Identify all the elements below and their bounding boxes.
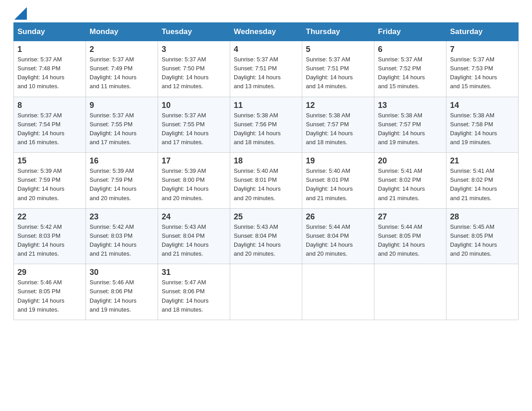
day-number: 6	[378, 45, 442, 54]
calendar-cell: 14 Sunrise: 5:38 AMSunset: 7:58 PMDaylig…	[446, 97, 519, 153]
header-friday: Friday	[374, 23, 446, 41]
day-info: Sunrise: 5:46 AMSunset: 8:05 PMDaylight:…	[17, 279, 64, 313]
day-number: 15	[17, 156, 82, 166]
day-info: Sunrise: 5:38 AMSunset: 7:57 PMDaylight:…	[306, 112, 353, 146]
svg-marker-0	[14, 7, 27, 20]
calendar-cell: 19 Sunrise: 5:40 AMSunset: 8:01 PMDaylig…	[302, 153, 374, 209]
day-number: 18	[234, 156, 298, 166]
day-number: 27	[378, 212, 442, 222]
calendar-cell: 9 Sunrise: 5:37 AMSunset: 7:55 PMDayligh…	[86, 97, 158, 153]
calendar-cell: 21 Sunrise: 5:41 AMSunset: 8:02 PMDaylig…	[446, 153, 519, 209]
day-number: 17	[162, 156, 226, 166]
day-number: 2	[90, 45, 154, 54]
calendar-cell: 6 Sunrise: 5:37 AMSunset: 7:52 PMDayligh…	[374, 41, 446, 97]
calendar-week-row: 1 Sunrise: 5:37 AMSunset: 7:48 PMDayligh…	[14, 41, 519, 97]
day-number: 20	[378, 156, 442, 166]
day-number: 24	[162, 212, 226, 222]
day-info: Sunrise: 5:37 AMSunset: 7:55 PMDaylight:…	[90, 112, 137, 146]
calendar-cell: 24 Sunrise: 5:43 AMSunset: 8:04 PMDaylig…	[158, 208, 230, 264]
calendar-cell: 25 Sunrise: 5:43 AMSunset: 8:04 PMDaylig…	[230, 208, 302, 264]
day-number: 21	[450, 156, 515, 166]
calendar-cell: 2 Sunrise: 5:37 AMSunset: 7:49 PMDayligh…	[86, 41, 158, 97]
calendar-cell: 22 Sunrise: 5:42 AMSunset: 8:03 PMDaylig…	[14, 208, 86, 264]
calendar-cell: 23 Sunrise: 5:42 AMSunset: 8:03 PMDaylig…	[86, 208, 158, 264]
day-number: 14	[450, 101, 515, 110]
calendar-cell: 18 Sunrise: 5:40 AMSunset: 8:01 PMDaylig…	[230, 153, 302, 209]
day-info: Sunrise: 5:46 AMSunset: 8:06 PMDaylight:…	[90, 279, 137, 313]
day-info: Sunrise: 5:37 AMSunset: 7:54 PMDaylight:…	[17, 112, 64, 146]
day-info: Sunrise: 5:38 AMSunset: 7:56 PMDaylight:…	[234, 112, 281, 146]
calendar-cell: 26 Sunrise: 5:44 AMSunset: 8:04 PMDaylig…	[302, 208, 374, 264]
calendar-cell	[446, 264, 519, 320]
header-monday: Monday	[86, 23, 158, 41]
calendar-cell: 5 Sunrise: 5:37 AMSunset: 7:51 PMDayligh…	[302, 41, 374, 97]
calendar-cell: 30 Sunrise: 5:46 AMSunset: 8:06 PMDaylig…	[86, 264, 158, 320]
day-number: 3	[162, 45, 226, 54]
day-info: Sunrise: 5:37 AMSunset: 7:49 PMDaylight:…	[90, 56, 137, 90]
day-info: Sunrise: 5:43 AMSunset: 8:04 PMDaylight:…	[162, 223, 209, 257]
logo	[13, 9, 27, 18]
calendar-cell: 16 Sunrise: 5:39 AMSunset: 7:59 PMDaylig…	[86, 153, 158, 209]
day-info: Sunrise: 5:42 AMSunset: 8:03 PMDaylight:…	[90, 223, 137, 257]
calendar-cell: 20 Sunrise: 5:41 AMSunset: 8:02 PMDaylig…	[374, 153, 446, 209]
day-number: 26	[306, 212, 370, 222]
day-number: 4	[234, 45, 298, 54]
page-header	[13, 9, 519, 18]
calendar-cell: 28 Sunrise: 5:45 AMSunset: 8:05 PMDaylig…	[446, 208, 519, 264]
calendar-week-row: 8 Sunrise: 5:37 AMSunset: 7:54 PMDayligh…	[14, 97, 519, 153]
day-info: Sunrise: 5:39 AMSunset: 8:00 PMDaylight:…	[162, 167, 209, 201]
day-info: Sunrise: 5:37 AMSunset: 7:55 PMDaylight:…	[162, 112, 209, 146]
calendar-cell: 13 Sunrise: 5:38 AMSunset: 7:57 PMDaylig…	[374, 97, 446, 153]
day-number: 8	[17, 101, 82, 110]
day-number: 28	[450, 212, 515, 222]
day-info: Sunrise: 5:45 AMSunset: 8:05 PMDaylight:…	[450, 223, 497, 257]
day-number: 25	[234, 212, 298, 222]
calendar-cell: 17 Sunrise: 5:39 AMSunset: 8:00 PMDaylig…	[158, 153, 230, 209]
calendar-cell: 8 Sunrise: 5:37 AMSunset: 7:54 PMDayligh…	[14, 97, 86, 153]
calendar-cell: 31 Sunrise: 5:47 AMSunset: 8:06 PMDaylig…	[158, 264, 230, 320]
day-info: Sunrise: 5:37 AMSunset: 7:48 PMDaylight:…	[17, 56, 64, 90]
day-info: Sunrise: 5:40 AMSunset: 8:01 PMDaylight:…	[234, 167, 281, 201]
day-info: Sunrise: 5:44 AMSunset: 8:05 PMDaylight:…	[378, 223, 425, 257]
calendar-cell: 4 Sunrise: 5:37 AMSunset: 7:51 PMDayligh…	[230, 41, 302, 97]
day-number: 16	[90, 156, 154, 166]
day-info: Sunrise: 5:41 AMSunset: 8:02 PMDaylight:…	[450, 167, 497, 201]
calendar-cell: 7 Sunrise: 5:37 AMSunset: 7:53 PMDayligh…	[446, 41, 519, 97]
header-thursday: Thursday	[302, 23, 374, 41]
day-info: Sunrise: 5:39 AMSunset: 7:59 PMDaylight:…	[17, 167, 64, 201]
day-info: Sunrise: 5:37 AMSunset: 7:53 PMDaylight:…	[450, 56, 497, 90]
day-number: 23	[90, 212, 154, 222]
day-number: 13	[378, 101, 442, 110]
day-info: Sunrise: 5:38 AMSunset: 7:57 PMDaylight:…	[378, 112, 425, 146]
day-info: Sunrise: 5:44 AMSunset: 8:04 PMDaylight:…	[306, 223, 353, 257]
day-info: Sunrise: 5:42 AMSunset: 8:03 PMDaylight:…	[17, 223, 64, 257]
calendar-table: SundayMondayTuesdayWednesdayThursdayFrid…	[13, 22, 519, 320]
day-info: Sunrise: 5:37 AMSunset: 7:51 PMDaylight:…	[234, 56, 281, 90]
day-number: 31	[162, 268, 226, 277]
day-number: 22	[17, 212, 82, 222]
day-number: 9	[90, 101, 154, 110]
calendar-cell: 12 Sunrise: 5:38 AMSunset: 7:57 PMDaylig…	[302, 97, 374, 153]
day-info: Sunrise: 5:43 AMSunset: 8:04 PMDaylight:…	[234, 223, 281, 257]
header-tuesday: Tuesday	[158, 23, 230, 41]
calendar-cell: 1 Sunrise: 5:37 AMSunset: 7:48 PMDayligh…	[14, 41, 86, 97]
day-number: 30	[90, 268, 154, 277]
calendar-cell: 27 Sunrise: 5:44 AMSunset: 8:05 PMDaylig…	[374, 208, 446, 264]
header-wednesday: Wednesday	[230, 23, 302, 41]
calendar-header-row: SundayMondayTuesdayWednesdayThursdayFrid…	[14, 23, 519, 41]
calendar-cell: 10 Sunrise: 5:37 AMSunset: 7:55 PMDaylig…	[158, 97, 230, 153]
day-number: 7	[450, 45, 515, 54]
calendar-cell	[374, 264, 446, 320]
logo-triangle-icon	[14, 7, 27, 20]
day-info: Sunrise: 5:39 AMSunset: 7:59 PMDaylight:…	[90, 167, 137, 201]
day-number: 12	[306, 101, 370, 110]
header-sunday: Sunday	[14, 23, 86, 41]
calendar-week-row: 15 Sunrise: 5:39 AMSunset: 7:59 PMDaylig…	[14, 153, 519, 209]
calendar-cell: 29 Sunrise: 5:46 AMSunset: 8:05 PMDaylig…	[14, 264, 86, 320]
header-saturday: Saturday	[446, 23, 519, 41]
day-info: Sunrise: 5:37 AMSunset: 7:50 PMDaylight:…	[162, 56, 209, 90]
calendar-cell: 11 Sunrise: 5:38 AMSunset: 7:56 PMDaylig…	[230, 97, 302, 153]
day-number: 19	[306, 156, 370, 166]
day-number: 11	[234, 101, 298, 110]
day-number: 29	[17, 268, 82, 277]
